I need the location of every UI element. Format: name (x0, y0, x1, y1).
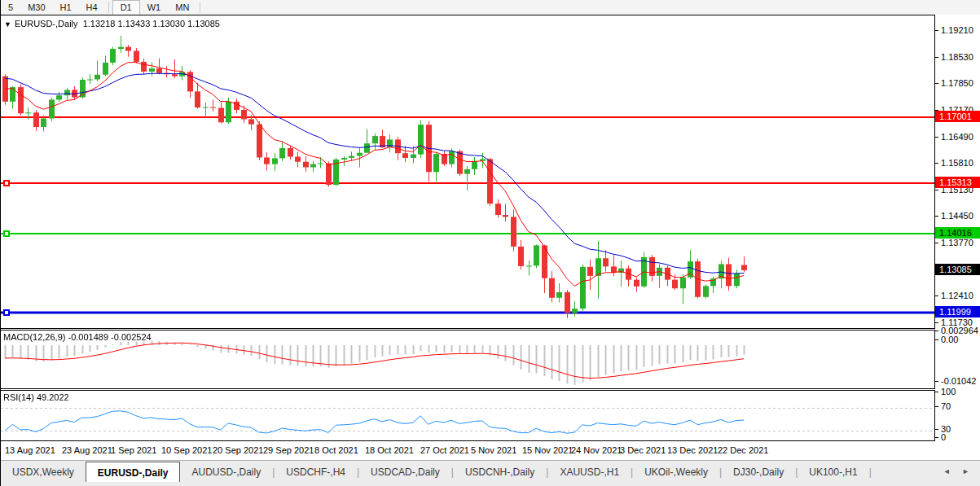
chart-tab-bar: USDX,WeeklyEURUSD-,DailyAUDUSD-,Daily|US… (1, 460, 980, 486)
macd-panel[interactable]: MACD(12,26,9) -0.001489 -0.002524 (1, 330, 935, 389)
axis-tick (935, 406, 938, 407)
level-price-label: 1.15313 (935, 177, 980, 188)
date-tick-label: 24 Nov 2021 (571, 445, 622, 455)
date-tick-label: 1 Sep 2021 (111, 445, 156, 455)
date-tick-label: 27 Oct 2021 (420, 445, 469, 455)
timeframe-button-H1[interactable]: H1 (53, 1, 79, 15)
date-tick-label: 20 Sep 2021 (213, 445, 263, 455)
date-tick-label: 15 Nov 2021 (522, 445, 573, 455)
axis-tick (935, 296, 938, 296)
level-price-label: 1.11999 (935, 306, 980, 317)
toolbar-separator (108, 2, 109, 13)
chart-tab-eurusd-daily[interactable]: EURUSD-,Daily (86, 462, 181, 482)
chart-tab-ukoil-weekly[interactable]: UKOil-,Weekly (633, 462, 719, 481)
chart-tab-uk100-h1[interactable]: UK100-,H1 (798, 462, 868, 481)
date-tick-label: 13 Aug 2021 (5, 445, 55, 455)
date-tick-label: 18 Oct 2021 (365, 445, 414, 455)
tab-scroll-arrows[interactable]: ◄ ► (943, 467, 974, 475)
axis-tick (935, 57, 938, 58)
timeframe-button-W1[interactable]: W1 (140, 1, 169, 15)
date-tick-label: 8 Oct 2021 (314, 445, 358, 455)
macd-axis-label: -0.01042 (941, 376, 976, 386)
chart-title: ▼EURUSD-,Daily 1.13218 1.13433 1.13030 1… (4, 19, 220, 28)
axis-tick (935, 339, 938, 340)
chart-tab-usdchf-h4[interactable]: USDCHF-,H4 (275, 462, 357, 481)
chart-tab-usdcad-daily[interactable]: USDCAD-,Daily (359, 462, 451, 481)
axis-tick (935, 381, 938, 382)
price-tick-label: 1.16490 (941, 132, 973, 142)
macd-label: MACD(12,26,9) -0.001489 -0.002524 (3, 332, 152, 342)
axis-tick (935, 429, 938, 430)
date-tick-label: 5 Nov 2021 (471, 445, 516, 455)
timeframe-button-5[interactable]: 5 (1, 1, 20, 15)
toolbar-separator (200, 2, 200, 13)
date-tick-label: 3 Dec 2021 (620, 445, 666, 455)
price-tick-label: 1.19210 (941, 25, 973, 35)
axis-tick (935, 30, 938, 31)
price-tick-label: 1.15810 (941, 158, 973, 168)
axis-tick (935, 322, 938, 323)
rsi-label: RSI(14) 49.2022 (3, 392, 69, 402)
date-tick-label: 10 Sep 2021 (161, 445, 212, 455)
date-tick-label: 23 Aug 2021 (62, 445, 112, 455)
chart-tab-usdcnh-daily[interactable]: USDCNH-,Daily (454, 462, 546, 481)
axis-tick (935, 190, 938, 190)
price-tick-label: 1.14450 (941, 211, 973, 221)
axis-tick (935, 392, 938, 392)
axis-tick (935, 163, 938, 164)
level-price-label: 1.17001 (935, 111, 980, 122)
chart-tab-usdx-weekly[interactable]: USDX,Weekly (1, 462, 86, 481)
price-tick-label: 1.17850 (941, 78, 973, 88)
level-price-label: 1.14016 (935, 227, 980, 239)
timeframe-button-H4[interactable]: H4 (79, 1, 105, 15)
price-axis[interactable]: 1.192101.185301.178501.171701.164901.158… (935, 15, 980, 441)
chart-tab-xauusd-h1[interactable]: XAUUSD-,H1 (548, 462, 631, 481)
axis-tick (935, 437, 938, 438)
rsi-axis-label: 100 (941, 387, 956, 396)
axis-tick (935, 137, 938, 138)
chart-symbol: EURUSD-,Daily (15, 19, 78, 28)
timeframe-button-M30[interactable]: M30 (20, 1, 52, 15)
price-tick-label: 1.12410 (941, 291, 973, 300)
macd-axis-label: 0.00 (941, 335, 958, 344)
chart-tab-dj30-daily[interactable]: DJ30-,Daily (722, 462, 795, 481)
date-tick-label: 13 Dec 2021 (667, 445, 718, 455)
axis-tick (935, 83, 938, 84)
current-price-label: 1.13085 (935, 264, 980, 275)
timeframe-button-MN[interactable]: MN (168, 1, 196, 15)
rsi-panel[interactable]: RSI(14) 49.2022 (1, 390, 935, 441)
timeframe-toolbar: 5M30H1H4D1W1MN (1, 0, 980, 15)
mt4-window: 5M30H1H4D1W1MN ▼EURUSD-,Daily 1.13218 1.… (0, 0, 980, 486)
timeframe-button-D1[interactable]: D1 (112, 0, 140, 15)
price-chart-canvas[interactable] (1, 15, 934, 328)
date-tick-label: 22 Dec 2021 (718, 445, 768, 455)
rsi-axis-label: 0 (941, 432, 946, 442)
price-chart-panel[interactable]: ▼EURUSD-,Daily 1.13218 1.13433 1.13030 1… (1, 15, 935, 329)
rsi-axis-label: 70 (941, 401, 951, 411)
rsi-canvas[interactable] (1, 391, 934, 440)
axis-tick (935, 216, 938, 217)
axis-tick (935, 331, 938, 331)
date-axis[interactable]: 13 Aug 202123 Aug 20211 Sep 202110 Sep 2… (1, 441, 935, 460)
price-tick-label: 1.18530 (941, 52, 973, 62)
price-tick-label: 1.13770 (941, 238, 973, 247)
chart-tab-audusd-daily[interactable]: AUDUSD-,Daily (180, 462, 272, 481)
tab-separator: | (869, 466, 872, 478)
symbol-dropdown-icon[interactable]: ▼ (4, 20, 11, 28)
date-tick-label: 29 Sep 2021 (263, 445, 314, 455)
axis-tick (935, 243, 938, 243)
chart-ohlc-values: 1.13218 1.13433 1.13030 1.13085 (83, 19, 220, 28)
